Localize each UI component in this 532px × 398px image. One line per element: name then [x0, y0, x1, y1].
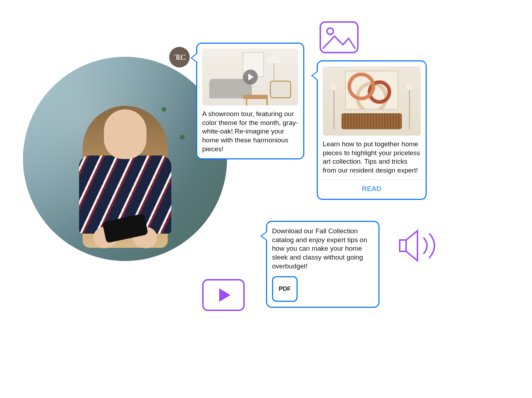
message-text: Download our Fall Collection catalog and… — [272, 227, 373, 271]
message-bubble-article: Learn how to put together home pieces to… — [317, 60, 427, 200]
message-text: Learn how to put together home pieces to… — [323, 140, 421, 175]
message-text: A showroom tour, featuring our color the… — [202, 110, 298, 153]
brand-avatar: TLC — [169, 47, 190, 67]
read-button[interactable]: READ — [362, 185, 382, 192]
video-icon — [202, 279, 245, 312]
article-thumbnail[interactable] — [323, 66, 421, 136]
message-bubble-video: A showroom tour, featuring our color the… — [196, 43, 304, 159]
play-icon[interactable] — [243, 70, 258, 84]
svg-point-1 — [327, 28, 333, 34]
pdf-label: PDF — [279, 285, 291, 293]
svg-rect-0 — [320, 22, 358, 53]
video-thumbnail[interactable] — [202, 49, 298, 105]
brand-avatar-label: TLC — [175, 53, 184, 62]
audio-icon — [398, 228, 444, 265]
image-icon — [320, 21, 359, 55]
message-bubble-download: Download our Fall Collection catalog and… — [266, 221, 379, 308]
pdf-download-button[interactable]: PDF — [272, 276, 298, 302]
svg-rect-3 — [400, 240, 406, 251]
